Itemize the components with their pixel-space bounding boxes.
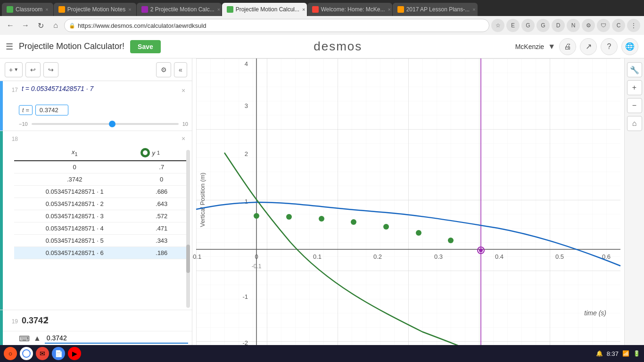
data-point-5	[416, 230, 421, 236]
tab-lesson[interactable]: 2017 AP Lesson Plans-... ×	[393, 3, 478, 16]
tab-calc1[interactable]: Projectile Motion Calcul... ×	[222, 3, 307, 16]
graph-area[interactable]: 0 -0.1 -0.1 0.1 0.2 0.3 0.4 0.5 0.6 1 2 …	[192, 58, 624, 345]
table-row[interactable]: 0.0534571428571 · 5.343	[14, 235, 188, 247]
taskbar-docs[interactable]: 📄	[52, 347, 65, 360]
undo-button[interactable]: ↩	[25, 62, 41, 77]
tab-notes[interactable]: Projectile Motion Notes ×	[54, 3, 136, 16]
table-cell-y: .7	[135, 161, 188, 173]
table-row[interactable]: 0.7	[14, 161, 188, 173]
app-header: ☰ Projectile Motion Calculator! Save des…	[0, 35, 644, 58]
back-button[interactable]: ←	[4, 19, 17, 32]
t-value-input[interactable]	[35, 105, 68, 115]
save-button[interactable]: Save	[130, 40, 161, 53]
tab-icon-lesson	[397, 6, 404, 13]
taskbar: ○ ✉ 📄 ▶ 🔔 8:37 📶 🔋	[0, 345, 644, 362]
ext-icon-1[interactable]: E	[506, 19, 520, 32]
ext-icon-3[interactable]: G	[537, 19, 550, 32]
table-cell-x: 0.0534571428571 · 1	[14, 186, 135, 198]
user-area: McKenzie ▼ 🖨 ↗ ? 🌐	[515, 38, 638, 55]
tab-close-calc2[interactable]: ×	[217, 7, 220, 12]
table-cell-y: .471	[135, 222, 188, 235]
tab-close-lesson[interactable]: ×	[472, 7, 475, 12]
reload-button[interactable]: ↻	[34, 19, 47, 32]
table-row[interactable]: 0.0534571428571 · 1.686	[14, 186, 188, 198]
keyboard-icon[interactable]: ⌨	[19, 334, 30, 343]
purple-dot-fill	[479, 248, 483, 252]
taskbar-youtube[interactable]: ▶	[68, 347, 81, 360]
data-point-6	[448, 238, 454, 243]
zoom-out-btn[interactable]: −	[627, 98, 642, 113]
tab-close-calc1[interactable]: ×	[302, 7, 305, 12]
data-point-0	[254, 213, 259, 219]
keyboard-up-icon[interactable]: ▲	[33, 334, 41, 343]
tab-calc2[interactable]: 2 Projectile Motion Calc... ×	[137, 3, 222, 16]
dot-inner	[143, 150, 148, 155]
user-name: McKenzie	[515, 43, 544, 50]
tab-close-classroom[interactable]: ×	[45, 7, 48, 12]
settings-button[interactable]: ⚙	[156, 62, 171, 77]
tab-label-calc1: Projectile Motion Calcul...	[236, 6, 299, 13]
taskbar-mail[interactable]: ✉	[36, 347, 49, 360]
table-row[interactable]: 0.0534571428571 · 2.643	[14, 198, 188, 210]
notification-icon[interactable]: 🔔	[596, 350, 603, 357]
tab-close-home[interactable]: ×	[388, 7, 390, 12]
close-row-18[interactable]: ×	[179, 134, 188, 143]
slider-thumb[interactable]	[109, 121, 116, 127]
taskbar-circle[interactable]: ○	[4, 347, 17, 360]
address-input[interactable]	[64, 19, 489, 32]
zoom-in-btn[interactable]: +	[627, 80, 642, 95]
help-icon-btn[interactable]: ?	[601, 38, 618, 55]
tab-icon-notes	[58, 6, 65, 13]
table-cell-y: .643	[135, 198, 188, 210]
ext-icon-7[interactable]: 🛡	[597, 19, 610, 32]
scrollbar-thumb[interactable]	[186, 245, 190, 273]
user-dropdown-icon[interactable]: ▼	[548, 42, 555, 51]
expr-content-19[interactable]: 0.3742̄	[18, 315, 188, 326]
table-row[interactable]: 0.0534571428571 · 3.572	[14, 210, 188, 222]
table-cell-y: 0	[135, 173, 188, 186]
data-table: x1 y1 0.7.3742	[14, 145, 188, 259]
slider-row: −10 10	[0, 119, 192, 131]
table-row[interactable]: .37420	[14, 173, 188, 186]
ext-icon-4[interactable]: D	[552, 19, 565, 32]
menu-icon[interactable]: ⋮	[627, 19, 640, 32]
ext-icon-5[interactable]: N	[567, 19, 580, 32]
expression-row-19: 19 0.3742̄ ⌨ ▲	[0, 310, 192, 345]
home-view-btn[interactable]: ⌂	[627, 116, 642, 131]
row-number-19: 19	[3, 316, 18, 325]
share-icon-btn[interactable]: ↗	[580, 38, 597, 55]
y-tick-1: 1	[245, 198, 248, 205]
add-button[interactable]: + ▼	[5, 62, 23, 77]
x-tick-01: 0.1	[313, 253, 322, 260]
forward-button[interactable]: →	[19, 19, 32, 32]
redo-button[interactable]: ↪	[43, 62, 58, 77]
x-label-0: 0	[255, 253, 258, 260]
globe-icon-btn[interactable]: 🌐	[621, 38, 638, 55]
table-row[interactable]: 0.0534571428571 · 6.186	[14, 247, 188, 259]
home-button[interactable]: ⌂	[49, 19, 62, 32]
row-number-17: 17	[3, 85, 18, 93]
collapse-button[interactable]: «	[174, 62, 187, 77]
printer-icon-btn[interactable]: 🖨	[559, 38, 576, 55]
table-scrollbar[interactable]	[186, 150, 190, 308]
table-cell-x: 0.0534571428571 · 4	[14, 222, 135, 235]
ext-icon-8[interactable]: C	[612, 19, 625, 32]
ext-icon-6[interactable]: ⚙	[582, 19, 595, 32]
tab-bar: Classroom × Projectile Motion Notes × 2 …	[0, 0, 644, 16]
tab-classroom[interactable]: Classroom ×	[2, 3, 53, 16]
address-bar-row: ← → ↻ ⌂ 🔒 ☆ E G G D N ⚙ 🛡 C ⋮	[0, 16, 644, 35]
expr-input-19[interactable]	[45, 333, 188, 344]
tab-close-notes[interactable]: ×	[128, 7, 131, 12]
tab-home[interactable]: Welcome: Home: McKe... ×	[307, 3, 392, 16]
hamburger-icon[interactable]: ☰	[6, 41, 13, 52]
close-row-17[interactable]: ×	[179, 86, 188, 95]
ext-icon-2[interactable]: G	[521, 19, 535, 32]
expr-content-17[interactable]: t = 0.0534571428571 · 7	[18, 85, 179, 92]
bookmark-icon[interactable]: ☆	[491, 19, 504, 32]
table-row[interactable]: 0.0534571428571 · 4.471	[14, 222, 188, 235]
tab-label-calc2: 2 Projectile Motion Calc...	[150, 6, 215, 13]
slider-track[interactable]	[32, 123, 179, 125]
t-label: t =	[19, 105, 33, 115]
wrench-icon-btn[interactable]: 🔧	[627, 62, 642, 77]
taskbar-chrome[interactable]	[20, 347, 33, 360]
